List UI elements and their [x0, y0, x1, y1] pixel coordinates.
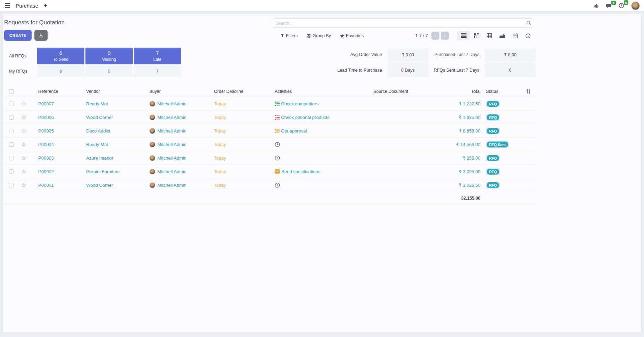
buyer-name[interactable]: Mitchell Admin: [157, 115, 187, 120]
filters-button[interactable]: Filters: [281, 33, 298, 38]
header-activities[interactable]: Activities: [275, 89, 373, 94]
header-source[interactable]: Source Document: [373, 89, 428, 94]
reference-link[interactable]: P00004: [35, 142, 86, 147]
row-total: ₹ 14,563.00: [428, 142, 480, 147]
pager-prev-button[interactable]: ‹: [431, 32, 439, 40]
vendor-link[interactable]: Ready Mat: [86, 142, 149, 147]
buyer-name[interactable]: Mitchell Admin: [157, 169, 187, 174]
order-deadline: Today: [214, 169, 275, 174]
export-button[interactable]: [34, 30, 48, 41]
row-checkbox[interactable]: [9, 129, 14, 133]
create-button[interactable]: CREATE: [4, 30, 32, 41]
table-row[interactable]: ☆ P00003 Azure Interior Mitchell Admin T…: [4, 151, 536, 165]
reference-link[interactable]: P00007: [35, 101, 86, 106]
activity-label[interactable]: Get approval: [281, 128, 307, 134]
activity-envelope-icon[interactable]: [275, 169, 280, 174]
favorite-star-icon[interactable]: ☆: [21, 114, 26, 121]
messages-icon[interactable]: 5: [606, 3, 612, 8]
kpi-late-card[interactable]: 7 Late: [134, 48, 181, 64]
header-total[interactable]: Total: [428, 89, 480, 94]
buyer-name[interactable]: Mitchell Admin: [157, 183, 187, 188]
purchased-7days-label: Purchased Last 7 Days: [434, 52, 479, 57]
my-rfqs-label: My RFQs: [7, 65, 36, 77]
vendor-link[interactable]: Wood Corner: [86, 183, 149, 188]
debug-bug-icon[interactable]: [594, 3, 599, 8]
row-checkbox[interactable]: [9, 142, 14, 147]
row-checkbox[interactable]: [9, 115, 14, 120]
my-to-send-cell[interactable]: 6: [37, 65, 84, 77]
buyer-name[interactable]: Mitchell Admin: [157, 142, 187, 147]
reference-link[interactable]: P00003: [35, 155, 86, 161]
reference-link[interactable]: P00006: [35, 115, 86, 120]
search-icon[interactable]: [526, 21, 531, 25]
row-checkbox[interactable]: [9, 183, 14, 187]
optional-columns-icon[interactable]: [521, 89, 536, 94]
activity-label[interactable]: Send specifications: [281, 169, 320, 174]
select-all-checkbox[interactable]: [9, 89, 14, 94]
favorite-star-icon[interactable]: ☆: [21, 101, 26, 107]
search-input[interactable]: [272, 18, 534, 28]
activity-list-icon[interactable]: [275, 102, 280, 106]
graph-view-button[interactable]: [496, 31, 509, 40]
favorites-button[interactable]: Favorites: [340, 33, 364, 38]
header-buyer[interactable]: Buyer: [149, 89, 214, 94]
calendar-view-button[interactable]: [509, 31, 521, 40]
plus-icon[interactable]: +: [42, 2, 49, 9]
user-avatar[interactable]: [631, 1, 640, 10]
list-view-button[interactable]: [457, 31, 470, 40]
vendor-link[interactable]: Wood Corner: [86, 115, 149, 120]
kpi-waiting-card[interactable]: 0 Waiting: [85, 48, 133, 64]
pager-next-button[interactable]: ›: [441, 32, 449, 40]
pivot-view-button[interactable]: [483, 31, 496, 40]
row-checkbox[interactable]: [9, 156, 14, 160]
favorite-star-icon[interactable]: ☆: [21, 155, 26, 161]
activity-view-button[interactable]: [521, 31, 534, 40]
vendor-link[interactable]: Ready Mat: [86, 101, 149, 106]
kpi-to-send-card[interactable]: 6 To Send: [37, 48, 84, 64]
vendor-link[interactable]: Deco Addict: [86, 128, 149, 134]
activity-label[interactable]: Check competitors: [281, 101, 319, 106]
favorite-star-icon[interactable]: ☆: [21, 168, 26, 175]
activity-list-icon[interactable]: [275, 129, 280, 133]
reference-link[interactable]: P00002: [35, 169, 86, 174]
reference-link[interactable]: P00005: [35, 128, 86, 134]
avg-order-value: ₹ 0.00: [388, 48, 428, 62]
header-reference[interactable]: Reference: [35, 89, 86, 94]
buyer-name[interactable]: Mitchell Admin: [157, 101, 187, 106]
status-badge: RFQ: [487, 169, 499, 175]
header-vendor[interactable]: Vendor: [86, 89, 149, 94]
favorite-star-icon[interactable]: ☆: [21, 182, 26, 188]
filter-icon: [281, 34, 284, 38]
activities-count-badge: 5: [624, 0, 628, 5]
my-late-cell[interactable]: 7: [134, 65, 181, 77]
reference-link[interactable]: P00001: [35, 183, 86, 188]
activity-clock-icon[interactable]: [275, 155, 280, 161]
activities-clock-icon[interactable]: 5: [619, 3, 624, 8]
activity-clock-icon[interactable]: [275, 142, 280, 147]
header-deadline[interactable]: Order Deadline: [214, 89, 275, 94]
activity-list-icon[interactable]: [275, 115, 280, 120]
favorite-star-icon[interactable]: ☆: [21, 141, 26, 148]
activity-clock-icon[interactable]: [275, 183, 280, 188]
row-checkbox[interactable]: [9, 102, 14, 106]
kanban-view-button[interactable]: [470, 31, 483, 40]
app-title[interactable]: Purchase: [16, 3, 38, 9]
activity-label[interactable]: Check optional products: [281, 115, 329, 120]
apps-menu-icon[interactable]: [3, 2, 11, 9]
row-checkbox[interactable]: [9, 169, 14, 174]
rfqs-sent-7days-value: 0: [485, 63, 536, 77]
favorite-star-icon[interactable]: ☆: [21, 128, 26, 134]
table-row[interactable]: ☆ P00007 Ready Mat Mitchell Admin Today …: [4, 97, 536, 111]
table-row[interactable]: ☆ P00005 Deco Addict Mitchell Admin Toda…: [4, 124, 536, 138]
table-row[interactable]: ☆ P00004 Ready Mat Mitchell Admin Today …: [4, 138, 536, 151]
table-row[interactable]: ☆ P00002 Gemini Furniture Mitchell Admin…: [4, 165, 536, 178]
group-by-button[interactable]: Group By: [307, 33, 331, 38]
header-status[interactable]: Status: [480, 89, 521, 94]
buyer-name[interactable]: Mitchell Admin: [157, 128, 187, 134]
vendor-link[interactable]: Azure Interior: [86, 155, 149, 161]
my-waiting-cell[interactable]: 0: [85, 65, 133, 77]
buyer-name[interactable]: Mitchell Admin: [157, 155, 187, 161]
vendor-link[interactable]: Gemini Furniture: [86, 169, 149, 174]
table-row[interactable]: ☆ P00001 Wood Corner Mitchell Admin Toda…: [4, 178, 536, 192]
table-row[interactable]: ☆ P00006 Wood Corner Mitchell Admin Toda…: [4, 111, 536, 124]
